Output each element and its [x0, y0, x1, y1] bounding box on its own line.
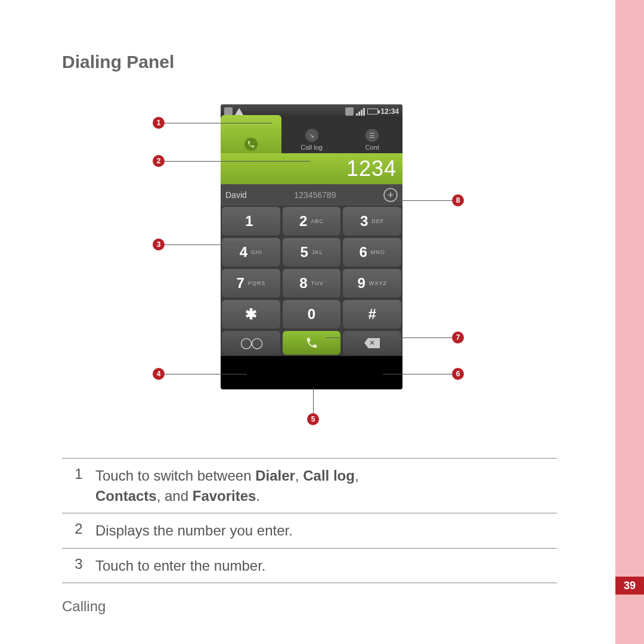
key-0[interactable]: 0 [283, 300, 341, 329]
row-desc: Touch to switch between Dialer, Call log… [95, 466, 557, 506]
callout-line [165, 123, 272, 123]
row-number: 1 [62, 466, 95, 506]
tab-bar: ↘ Call log ☰ Cont [221, 119, 402, 153]
suggestion-number: 123456789 [294, 190, 336, 200]
key-6[interactable]: 6MNO [343, 238, 401, 267]
add-contact-icon[interactable]: + [383, 188, 398, 202]
callout-marker-5: 5 [307, 413, 319, 425]
callout-marker-7: 7 [452, 332, 464, 343]
callout-marker-3: 3 [153, 239, 165, 250]
key-5[interactable]: 5JKL [283, 238, 341, 267]
phone-icon [244, 138, 258, 151]
status-time: 12:34 [380, 107, 399, 116]
callout-marker-6: 6 [452, 368, 464, 380]
callout-line [165, 374, 247, 374]
callout-line [326, 338, 452, 338]
call-button[interactable] [283, 331, 341, 355]
key-1[interactable]: 1 [222, 207, 280, 236]
row-desc: Displays the number you enter. [95, 521, 557, 541]
backspace-icon: ✕ [364, 338, 380, 348]
suggestion-name: David [225, 190, 247, 200]
suggestion-row[interactable]: David 123456789 + [221, 184, 402, 206]
row-number: 2 [62, 521, 95, 541]
call-log-icon: ↘ [305, 129, 318, 142]
voicemail-button[interactable]: ◯◯ [222, 331, 280, 355]
key-star[interactable]: ✱ [222, 300, 280, 329]
callout-line [313, 388, 314, 413]
tab-dialer[interactable] [221, 115, 281, 153]
delete-button[interactable]: ✕ [343, 331, 401, 355]
key-3[interactable]: 3DEF [343, 207, 401, 236]
callout-marker-4: 4 [153, 368, 165, 380]
key-hash[interactable]: # [343, 300, 401, 329]
tab-call-log[interactable]: ↘ Call log [281, 119, 342, 153]
callout-line [397, 200, 452, 201]
callout-marker-1: 1 [153, 117, 165, 129]
key-8[interactable]: 8TUV [283, 269, 341, 298]
footer-chapter-label: Calling [62, 598, 106, 615]
voicemail-icon: ◯◯ [240, 336, 262, 349]
key-2[interactable]: 2ABC [283, 207, 341, 236]
callout-line [165, 244, 242, 245]
table-row: 1 Touch to switch between Dialer, Call l… [62, 458, 557, 513]
tab-label: Cont [366, 144, 379, 151]
table-row: 2 Displays the number you enter. [62, 513, 557, 549]
number-display: 1234 [221, 153, 402, 184]
network-icon [345, 107, 354, 116]
battery-icon [367, 109, 378, 114]
tab-label: Call log [301, 144, 323, 151]
side-accent-bar [615, 0, 644, 644]
warning-icon [235, 108, 243, 115]
key-7[interactable]: 7PQRS [222, 269, 280, 298]
key-4[interactable]: 4GHI [222, 238, 280, 267]
description-table: 1 Touch to switch between Dialer, Call l… [62, 458, 557, 583]
key-9[interactable]: 9WXYZ [343, 269, 401, 298]
tab-contacts[interactable]: ☰ Cont [342, 119, 402, 153]
table-row: 3 Touch to enter the number. [62, 549, 557, 584]
section-heading: Dialing Panel [62, 52, 174, 72]
signal-icon [356, 108, 365, 116]
page-number: 39 [615, 577, 644, 595]
contacts-icon: ☰ [366, 129, 379, 142]
callout-line [383, 374, 452, 374]
row-desc: Touch to enter the number. [95, 556, 557, 576]
callout-marker-2: 2 [153, 155, 165, 167]
phone-screenshot: 12:34 ↘ Call log ☰ Cont 1234 David 12345… [221, 104, 402, 389]
keypad: 1 2ABC 3DEF 4GHI 5JKL 6MNO 7PQRS 8TUV 9W… [221, 206, 402, 356]
callout-marker-8: 8 [452, 194, 464, 206]
callout-line [165, 161, 310, 162]
row-number: 3 [62, 556, 95, 576]
status-icon [224, 107, 233, 116]
